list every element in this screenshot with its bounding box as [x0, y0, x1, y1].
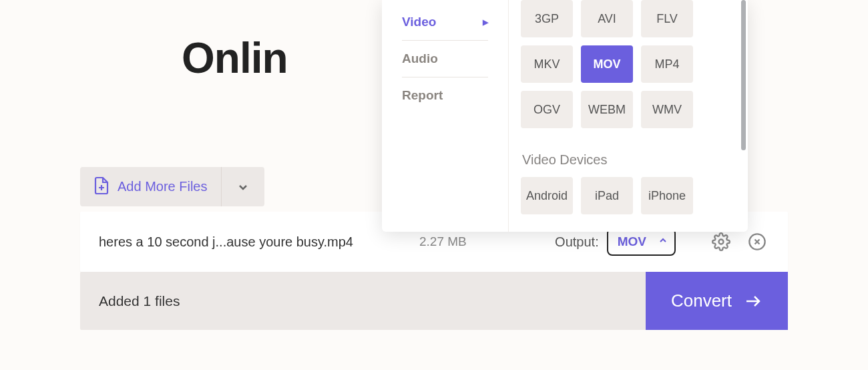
scrollbar[interactable]: [741, 0, 746, 150]
chevron-down-icon: [236, 180, 250, 194]
remove-file-button[interactable]: [745, 230, 769, 254]
format-option-mov[interactable]: MOV: [581, 45, 633, 83]
arrow-right-icon: [744, 293, 763, 309]
file-name: heres a 10 second j...ause youre busy.mp…: [99, 234, 419, 250]
add-more-files-button[interactable]: Add More Files: [80, 167, 221, 206]
convert-label: Convert: [671, 291, 732, 311]
format-option-mp4[interactable]: MP4: [641, 45, 693, 83]
settings-button[interactable]: [709, 230, 733, 254]
sidebar-item-report[interactable]: Report: [402, 77, 488, 114]
status-text: Added 1 files: [80, 293, 198, 309]
title-fragment-left: Onlin: [182, 34, 288, 82]
add-more-files-label: Add More Files: [118, 179, 208, 194]
file-size: 2.27 MB: [419, 234, 493, 249]
device-option-ipad[interactable]: iPad: [581, 177, 633, 214]
triangle-right-icon: ▶: [483, 18, 488, 27]
add-more-dropdown-button[interactable]: [221, 167, 264, 206]
device-option-iphone[interactable]: iPhone: [641, 177, 693, 214]
device-section-title: Video Devices: [522, 152, 736, 168]
sidebar-item-label: Video: [402, 15, 436, 29]
format-option-wmv[interactable]: WMV: [641, 91, 693, 128]
device-grid: AndroidiPadiPhone: [521, 177, 736, 214]
device-option-android[interactable]: Android: [521, 177, 573, 214]
format-option-webm[interactable]: WEBM: [581, 91, 633, 128]
format-option-ogv[interactable]: OGV: [521, 91, 573, 128]
format-option-flv[interactable]: FLV: [641, 0, 693, 37]
output-format-value: MOV: [618, 234, 646, 249]
output-label: Output:: [555, 234, 599, 250]
sidebar-item-label: Audio: [402, 51, 438, 66]
chevron-up-icon: [658, 236, 668, 248]
sidebar-item-audio[interactable]: Audio: [402, 41, 488, 77]
file-add-icon: [93, 176, 110, 197]
convert-button[interactable]: Convert: [646, 272, 788, 330]
sidebar-item-label: Report: [402, 88, 443, 103]
format-grid: 3GPAVIFLVMKVMOVMP4OGVWEBMWMV: [521, 0, 736, 128]
format-option-3gp[interactable]: 3GP: [521, 0, 573, 37]
gear-icon: [712, 232, 730, 251]
dropdown-content: 3GPAVIFLVMKVMOVMP4OGVWEBMWMV Video Devic…: [509, 0, 748, 232]
sidebar-item-video[interactable]: Video ▶: [402, 4, 488, 41]
close-circle-icon: [748, 232, 767, 251]
format-option-avi[interactable]: AVI: [581, 0, 633, 37]
format-option-mkv[interactable]: MKV: [521, 45, 573, 83]
dropdown-sidebar: Video ▶ Audio Report: [382, 0, 509, 232]
output-format-select[interactable]: MOV: [607, 228, 676, 256]
footer-bar: Added 1 files Convert: [80, 272, 788, 330]
svg-point-0: [719, 240, 724, 244]
format-dropdown: Video ▶ Audio Report 3GPAVIFLVMKVMOVMP4O…: [382, 0, 748, 232]
